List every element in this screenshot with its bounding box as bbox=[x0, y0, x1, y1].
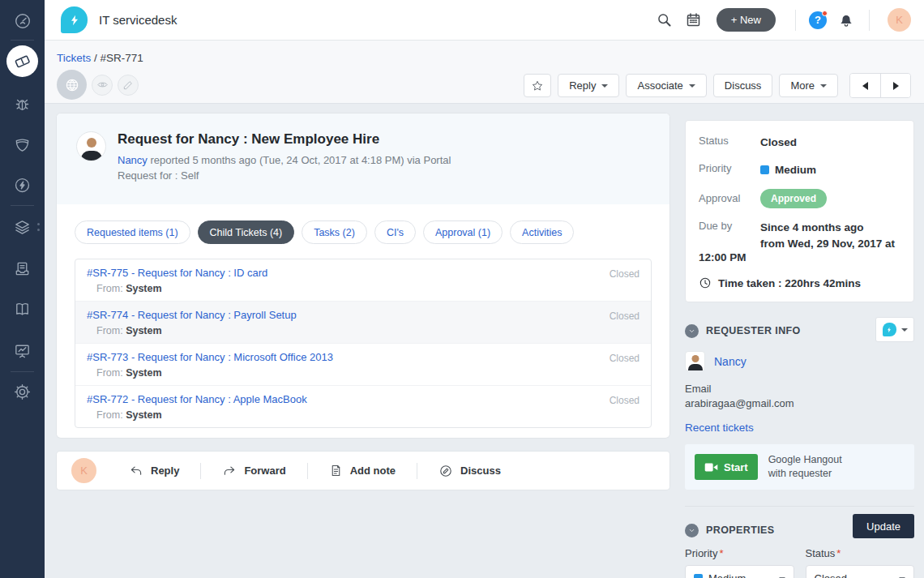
child-ticket-from: From: System bbox=[96, 366, 333, 379]
collapse-chevron-icon[interactable] bbox=[685, 324, 699, 338]
discuss-button[interactable]: Discuss bbox=[713, 74, 773, 97]
recent-tickets-link[interactable]: Recent tickets bbox=[685, 422, 754, 434]
approval-row: Approval Approved bbox=[699, 189, 900, 208]
chevron-down-icon bbox=[601, 84, 608, 88]
reply-button[interactable]: Reply bbox=[129, 464, 200, 478]
edit-pencil-icon[interactable] bbox=[118, 75, 139, 96]
status-badge: Closed bbox=[610, 350, 640, 364]
tickets-icon[interactable] bbox=[6, 45, 38, 77]
priority-select[interactable]: Medium bbox=[685, 565, 794, 578]
properties-section: PROPERTIES Update Priority* Medium Statu… bbox=[685, 506, 914, 578]
right-panel: Status Closed Priority Medium Approval A… bbox=[685, 113, 914, 578]
requester-name-link[interactable]: Nancy bbox=[714, 355, 746, 368]
left-nav-sidebar bbox=[0, 0, 45, 578]
properties-form: Priority* Medium Status* Closed Sourc bbox=[685, 547, 914, 578]
tab-requested-items[interactable]: Requested items (1) bbox=[75, 220, 190, 244]
breadcrumb-tickets-link[interactable]: Tickets bbox=[57, 52, 91, 64]
problems-bug-icon[interactable] bbox=[0, 95, 45, 113]
video-camera-icon bbox=[704, 462, 718, 473]
requester-name-row: Nancy bbox=[685, 351, 914, 371]
priority-field: Priority* Medium bbox=[685, 547, 794, 578]
more-dropdown-button[interactable]: More bbox=[779, 74, 838, 97]
source-app-dropdown[interactable] bbox=[875, 317, 914, 342]
reply-dropdown-button[interactable]: Reply bbox=[558, 74, 619, 97]
requester-name-link[interactable]: Nancy bbox=[118, 154, 148, 166]
reports-icon[interactable] bbox=[0, 341, 45, 360]
admin-gear-icon[interactable] bbox=[0, 383, 45, 401]
tab-approval[interactable]: Approval (1) bbox=[423, 220, 503, 244]
dashboard-icon[interactable] bbox=[0, 11, 45, 31]
breadcrumb-separator: / bbox=[94, 52, 97, 64]
status-select[interactable]: Closed bbox=[806, 565, 915, 578]
tab-tasks[interactable]: Tasks (2) bbox=[302, 220, 367, 244]
child-ticket-link[interactable]: #SR-775 - Request for Nancy : ID card bbox=[87, 266, 267, 280]
note-icon bbox=[329, 464, 343, 477]
status-badge: Closed bbox=[610, 266, 640, 280]
header-actions: + New ? K bbox=[650, 6, 924, 35]
header-divider bbox=[795, 10, 796, 31]
freshservice-logo-icon[interactable] bbox=[61, 6, 88, 33]
add-note-button[interactable]: Add note bbox=[308, 464, 417, 477]
tab-cis[interactable]: CI's bbox=[374, 220, 416, 244]
ticket-summary-card: Status Closed Priority Medium Approval A… bbox=[685, 120, 914, 302]
reply-action-bar: K Reply Forward Add note Discuss bbox=[57, 452, 669, 490]
breadcrumb: Tickets / #SR-771 bbox=[57, 52, 143, 64]
child-ticket-link[interactable]: #SR-772 - Request for Nancy : Apple MacB… bbox=[87, 392, 307, 407]
chevron-down-icon bbox=[820, 84, 827, 88]
child-ticket-row: #SR-772 - Request for Nancy : Apple MacB… bbox=[75, 385, 651, 427]
user-avatar[interactable]: K bbox=[888, 8, 911, 32]
arrow-left-icon bbox=[862, 82, 868, 90]
ticket-toolbar: Reply Associate Discuss More bbox=[524, 73, 911, 98]
due-by-value: Since 4 months ago from Wed, 29 Nov, 201… bbox=[760, 220, 895, 251]
ticket-title: Request for Nancy : New Employee Hire bbox=[118, 131, 451, 148]
hangout-widget: Start Google Hangout with requester bbox=[685, 444, 914, 490]
star-button[interactable] bbox=[524, 74, 551, 97]
arrow-right-icon bbox=[893, 82, 899, 90]
forward-button[interactable]: Forward bbox=[201, 464, 306, 478]
releases-icon[interactable] bbox=[0, 176, 45, 195]
requester-avatar bbox=[76, 131, 106, 161]
changes-shield-icon[interactable] bbox=[0, 135, 45, 154]
requester-info-header: REQUESTER INFO bbox=[685, 319, 914, 343]
child-ticket-link[interactable]: #SR-773 - Request for Nancy : Microsoft … bbox=[87, 350, 333, 365]
tab-activities[interactable]: Activities bbox=[510, 220, 574, 244]
child-ticket-row: #SR-774 - Request for Nancy : Payroll Se… bbox=[75, 301, 651, 343]
ticket-header: Request for Nancy : New Employee Hire Na… bbox=[57, 113, 669, 204]
previous-ticket-button[interactable] bbox=[850, 74, 880, 97]
solutions-book-icon[interactable] bbox=[0, 300, 45, 319]
start-hangout-button[interactable]: Start bbox=[695, 454, 758, 480]
freshservice-logo-icon bbox=[883, 323, 896, 336]
breadcrumb-zone: Tickets / #SR-771 Reply Associate bbox=[45, 41, 924, 104]
search-icon[interactable] bbox=[650, 6, 679, 35]
calendar-icon[interactable] bbox=[679, 6, 708, 35]
time-taken-row: Time taken : 220hrs 42mins bbox=[699, 276, 900, 289]
next-ticket-button[interactable] bbox=[880, 74, 910, 97]
collapse-chevron-icon[interactable] bbox=[685, 524, 699, 537]
update-button[interactable]: Update bbox=[853, 514, 914, 538]
help-icon[interactable]: ? bbox=[804, 6, 832, 34]
associate-dropdown-button[interactable]: Associate bbox=[626, 74, 706, 97]
forward-icon bbox=[222, 464, 237, 478]
properties-header: PROPERTIES Update bbox=[685, 518, 914, 542]
child-ticket-link[interactable]: #SR-774 - Request for Nancy : Payroll Se… bbox=[87, 308, 297, 323]
top-header: IT servicedesk + New ? K bbox=[45, 0, 924, 41]
child-ticket-from: From: System bbox=[96, 324, 297, 337]
discuss-button[interactable]: Discuss bbox=[417, 464, 522, 478]
globe-icon[interactable] bbox=[57, 70, 87, 100]
watch-eye-icon[interactable] bbox=[92, 75, 113, 96]
bell-icon[interactable] bbox=[832, 6, 861, 35]
child-ticket-row: #SR-773 - Request for Nancy : Microsoft … bbox=[75, 343, 651, 385]
tab-child-tickets[interactable]: Child Tickets (4) bbox=[198, 220, 295, 244]
priority-row: Priority Medium bbox=[699, 162, 900, 178]
breadcrumb-current: #SR-771 bbox=[101, 52, 143, 64]
priority-color-icon bbox=[760, 165, 769, 174]
discuss-icon bbox=[438, 464, 453, 478]
notification-dot bbox=[822, 11, 828, 16]
new-button[interactable]: + New bbox=[717, 8, 776, 32]
requester-email: Email arabiragaa@gmail.com bbox=[685, 382, 914, 410]
ticket-card: Request for Nancy : New Employee Hire Na… bbox=[57, 113, 669, 438]
child-tickets-list: #SR-775 - Request for Nancy : ID card Fr… bbox=[75, 259, 652, 428]
purchase-doc-icon[interactable] bbox=[0, 259, 45, 278]
request-for-line: Request for : Self bbox=[118, 169, 451, 184]
chevron-down-icon bbox=[689, 84, 695, 88]
